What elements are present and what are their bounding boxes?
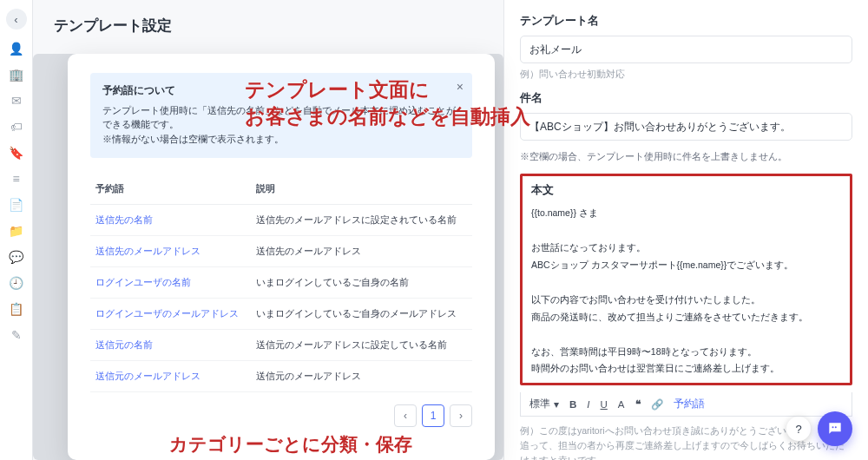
- template-icon[interactable]: 📋: [10, 302, 23, 316]
- table-row: 送信元の名前送信元のメールアドレスに設定している名前: [90, 329, 472, 360]
- chat-icon[interactable]: 💬: [10, 250, 23, 264]
- bookmark-icon[interactable]: 🔖: [10, 146, 23, 160]
- reserved-link[interactable]: 送信先の名前: [95, 214, 153, 225]
- subject-label: 件名: [520, 91, 852, 106]
- info-line2: ※情報がない場合は空欄で表示されます。: [102, 132, 460, 146]
- reserved-link[interactable]: 送信元のメールアドレス: [95, 371, 201, 381]
- reserved-words-button[interactable]: 予約語: [674, 398, 705, 411]
- body-textarea[interactable]: {{to.name}} さま お世話になっております。 ABCショップ カスタマ…: [531, 205, 841, 378]
- chevron-down-icon: ▾: [554, 398, 559, 411]
- style-select[interactable]: 標準▾: [529, 398, 559, 411]
- svg-point-0: [832, 426, 834, 428]
- body-label: 本文: [531, 183, 841, 198]
- table-row: ログインユーザのメールアドレスいまログインしているご自身のメールアドレス: [90, 298, 472, 329]
- left-rail: ‹ 👤 🏢 ✉ 🏷 🔖 ≡ 📄 📁 💬 🕘 📋 ✎: [0, 0, 33, 460]
- pager: ‹ 1 ›: [90, 404, 472, 427]
- table-row: 送信先のメールアドレス送信先のメールアドレス: [90, 235, 472, 266]
- back-button[interactable]: ‹: [6, 9, 27, 30]
- italic-button[interactable]: I: [587, 399, 589, 410]
- building-icon[interactable]: 🏢: [10, 68, 23, 82]
- body-highlight-frame: 本文 {{to.name}} さま お世話になっております。 ABCショップ カ…: [520, 174, 852, 385]
- subject-note: ※空欄の場合、テンプレート使用時に件名を上書きしません。: [520, 151, 852, 163]
- subject-input[interactable]: [520, 113, 852, 141]
- editor-toolbar: 標準▾ B I U A ❝ 🔗 予約語: [520, 392, 852, 417]
- folder-icon[interactable]: 📁: [10, 224, 23, 238]
- template-name-hint: 例）問い合わせ初動対応: [520, 69, 852, 81]
- col-desc: 説明: [251, 175, 472, 205]
- right-panel: テンプレート名 例）問い合わせ初動対応 件名 ※空欄の場合、テンプレート使用時に…: [503, 0, 868, 460]
- pen-icon[interactable]: ✎: [10, 328, 23, 342]
- chat-bubble-button[interactable]: [818, 411, 852, 446]
- chat-icon: [826, 420, 844, 437]
- link-button[interactable]: 🔗: [651, 398, 663, 411]
- reserved-link[interactable]: 送信先のメールアドレス: [95, 246, 201, 256]
- table-row: 送信先の名前送信先のメールアドレスに設定されている名前: [90, 204, 472, 235]
- table-row: ログインユーザの名前いまログインしているご自身の名前: [90, 266, 472, 298]
- mail-icon[interactable]: ✉: [10, 94, 23, 108]
- pager-prev[interactable]: ‹: [394, 404, 417, 427]
- text-color-button[interactable]: A: [618, 399, 625, 410]
- reserved-link[interactable]: ログインユーザのメールアドレス: [95, 308, 239, 319]
- underline-button[interactable]: U: [601, 399, 608, 410]
- bold-button[interactable]: B: [569, 399, 576, 410]
- col-reserved: 予約語: [90, 175, 251, 205]
- user-icon[interactable]: 👤: [10, 42, 23, 56]
- list-icon[interactable]: ≡: [10, 172, 23, 186]
- center-pane: テンプレート設定 予約語について テンプレート使用時に「送信先の名前」などを自動…: [33, 0, 503, 460]
- table-row: 送信元のメールアドレス送信元のメールアドレス: [90, 360, 472, 391]
- tag-icon[interactable]: 🏷: [10, 120, 23, 134]
- reserved-words-table: 予約語 説明 送信先の名前送信先のメールアドレスに設定されている名前 送信先のメ…: [90, 175, 472, 392]
- quote-button[interactable]: ❝: [635, 398, 641, 411]
- pager-next[interactable]: ›: [450, 404, 472, 427]
- svg-point-1: [835, 426, 837, 428]
- reserved-link[interactable]: ログインユーザの名前: [95, 277, 191, 287]
- template-name-label: テンプレート名: [520, 14, 852, 29]
- annotation-callout-1: テンプレート文面に お客さまの名前などを自動挿入: [245, 76, 530, 130]
- page-title: テンプレート設定: [33, 0, 503, 51]
- file-icon[interactable]: 📄: [10, 198, 23, 212]
- clock-icon[interactable]: 🕘: [10, 276, 23, 290]
- reserved-link[interactable]: 送信元の名前: [95, 339, 153, 350]
- help-button[interactable]: ?: [786, 417, 811, 441]
- template-name-input[interactable]: [520, 36, 852, 63]
- pager-current[interactable]: 1: [422, 404, 444, 427]
- annotation-callout-2: カテゴリーごとに分類・保存: [169, 432, 412, 457]
